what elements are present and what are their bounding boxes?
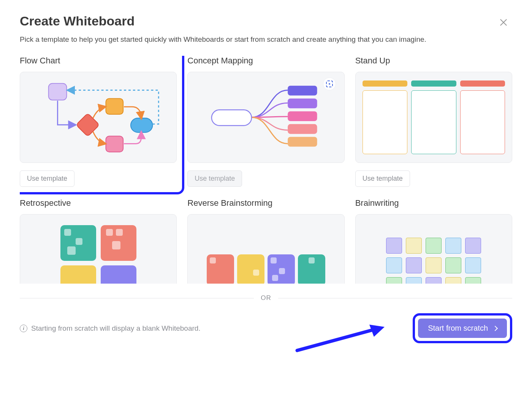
scratch-hint-text: Starting from scratch will display a bla… <box>31 324 201 333</box>
template-title: Brainwriting <box>355 198 512 208</box>
svg-rect-5 <box>76 113 100 137</box>
svg-marker-14 <box>369 325 385 337</box>
svg-rect-11 <box>288 124 317 134</box>
close-button[interactable] <box>495 14 512 32</box>
template-card-concept-mapping[interactable]: Concept Mapping Use template <box>187 56 344 187</box>
svg-rect-9 <box>288 98 317 108</box>
start-from-scratch-button[interactable]: Start from scratch <box>418 319 507 338</box>
template-grid: Flow Chart <box>20 56 512 284</box>
modal-subtitle: Pick a template to help you get started … <box>20 35 512 44</box>
concept-map-icon <box>188 72 344 163</box>
create-whiteboard-modal: Create Whiteboard Pick a template to hel… <box>0 0 532 343</box>
template-preview <box>355 214 512 284</box>
template-preview <box>20 72 177 163</box>
svg-rect-10 <box>288 111 317 121</box>
template-title: Reverse Brainstorming <box>187 198 344 208</box>
template-card-brainwriting[interactable]: Brainwriting <box>355 198 512 284</box>
svg-rect-8 <box>288 86 317 96</box>
svg-rect-4 <box>106 136 123 152</box>
start-button-label: Start from scratch <box>428 324 488 333</box>
chevron-right-icon <box>492 325 498 331</box>
template-preview <box>187 214 344 284</box>
close-icon <box>499 17 508 27</box>
reverse-brainstorming-icon <box>207 234 325 284</box>
divider-label: OR <box>261 294 271 302</box>
flow-chart-icon <box>20 72 176 163</box>
template-card-stand-up[interactable]: Stand Up Use template <box>355 56 512 187</box>
scratch-hint: i Starting from scratch will display a b… <box>20 324 201 333</box>
svg-rect-2 <box>49 84 67 100</box>
template-card-flow-chart[interactable]: Flow Chart <box>20 56 184 194</box>
template-preview <box>20 214 177 284</box>
template-preview <box>355 72 512 163</box>
svg-rect-6 <box>131 118 153 133</box>
use-template-button[interactable]: Use template <box>355 170 410 187</box>
template-title: Flow Chart <box>20 56 177 66</box>
use-template-button[interactable]: Use template <box>20 170 74 187</box>
svg-rect-12 <box>288 137 317 147</box>
use-template-button[interactable]: Use template <box>187 170 242 187</box>
template-title: Concept Mapping <box>187 56 344 66</box>
svg-rect-7 <box>212 110 252 126</box>
brainwriting-icon <box>386 226 481 284</box>
template-title: Stand Up <box>355 56 512 66</box>
template-card-retrospective[interactable]: Retrospective <box>20 198 177 284</box>
template-title: Retrospective <box>20 198 177 208</box>
standup-icon <box>356 72 512 163</box>
modal-title: Create Whiteboard <box>20 14 135 28</box>
template-card-reverse-brainstorming[interactable]: Reverse Brainstorming <box>187 198 344 284</box>
retrospective-icon <box>60 218 136 284</box>
or-divider: OR <box>20 294 512 302</box>
template-preview <box>187 72 344 163</box>
start-button-highlight: Start from scratch <box>413 313 512 343</box>
info-icon: i <box>20 325 27 332</box>
svg-line-13 <box>297 329 375 350</box>
annotation-arrow-icon <box>293 324 388 354</box>
svg-rect-3 <box>106 98 123 114</box>
focus-icon <box>323 77 336 90</box>
